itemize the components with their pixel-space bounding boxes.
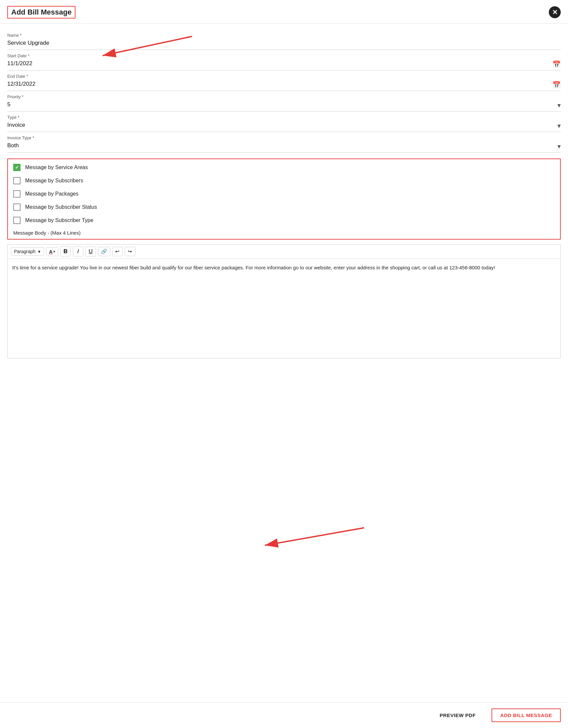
preview-pdf-button[interactable]: PREVIEW PDF bbox=[434, 709, 482, 721]
type-field-group: Type * Invoice ▾ bbox=[7, 112, 561, 132]
dialog-footer: PREVIEW PDF ADD BILL MESSAGE bbox=[0, 702, 568, 728]
start-date-field-group: Start Date * 11/1/2022 📅 bbox=[7, 50, 561, 70]
paragraph-dropdown-icon: ▾ bbox=[38, 249, 40, 254]
close-button[interactable]: ✕ bbox=[549, 6, 561, 18]
link-button[interactable]: 🔗 bbox=[98, 247, 110, 256]
editor-toolbar: Paragraph ▾ A ▾ B I U 🔗 bbox=[8, 245, 560, 259]
add-bill-message-button[interactable]: ADD BILL MESSAGE bbox=[492, 708, 561, 722]
redo-icon: ↪ bbox=[128, 249, 132, 254]
start-date-with-icon: 11/1/2022 📅 bbox=[7, 60, 561, 69]
add-bill-message-dialog: Add Bill Message ✕ Name * Service Upgrad… bbox=[0, 0, 568, 728]
checkbox-row-subscriber-type: Message by Subscriber Type bbox=[13, 217, 555, 224]
invoice-type-field-group: Invoice Type * Both ▾ bbox=[7, 132, 561, 153]
link-icon: 🔗 bbox=[101, 249, 107, 254]
invoice-type-label: Invoice Type * bbox=[7, 135, 561, 140]
checkbox-label-subscriber-status: Message by Subscriber Status bbox=[25, 204, 97, 210]
checkboxes-section: Message by Service Areas Message by Subs… bbox=[7, 159, 561, 240]
dialog-header: Add Bill Message ✕ bbox=[0, 0, 568, 23]
dialog-body: Name * Service Upgrade Start Date * 11/1… bbox=[0, 23, 568, 702]
undo-icon: ↩ bbox=[115, 249, 119, 254]
checkbox-row-subscriber-status: Message by Subscriber Status bbox=[13, 204, 555, 211]
undo-button[interactable]: ↩ bbox=[112, 247, 123, 256]
message-body-label: Message Body - (Max 4 Lines) bbox=[13, 230, 555, 236]
redo-button[interactable]: ↪ bbox=[125, 247, 135, 256]
priority-with-icon: 5 ▾ bbox=[7, 101, 561, 110]
priority-value[interactable]: 5 bbox=[7, 101, 10, 110]
font-color-dropdown-icon: ▾ bbox=[53, 250, 55, 254]
editor-content-area[interactable]: It's time for a service upgrade! You liv… bbox=[8, 259, 560, 358]
start-date-label: Start Date * bbox=[7, 53, 561, 58]
bold-icon: B bbox=[64, 248, 68, 255]
underline-icon: U bbox=[89, 248, 93, 255]
underline-button[interactable]: U bbox=[85, 247, 96, 256]
checkbox-label-service-areas: Message by Service Areas bbox=[25, 164, 88, 170]
type-with-icon: Invoice ▾ bbox=[7, 121, 561, 130]
name-field-group: Name * Service Upgrade bbox=[7, 29, 561, 50]
end-date-with-icon: 12/31/2022 📅 bbox=[7, 80, 561, 89]
type-dropdown-icon[interactable]: ▾ bbox=[557, 122, 561, 130]
italic-button[interactable]: I bbox=[73, 247, 83, 256]
paragraph-label: Paragraph bbox=[14, 249, 35, 254]
checkbox-row-subscribers: Message by Subscribers bbox=[13, 177, 555, 184]
checkbox-subscriber-status[interactable] bbox=[13, 204, 21, 211]
start-date-calendar-icon[interactable]: 📅 bbox=[552, 60, 561, 68]
name-label: Name * bbox=[7, 33, 561, 38]
end-date-field-group: End Date * 12/31/2022 📅 bbox=[7, 70, 561, 91]
checkbox-label-subscribers: Message by Subscribers bbox=[25, 178, 83, 184]
end-date-calendar-icon[interactable]: 📅 bbox=[552, 81, 561, 89]
checkbox-subscribers[interactable] bbox=[13, 177, 21, 184]
checkbox-row-packages: Message by Packages bbox=[13, 190, 555, 198]
priority-label: Priority * bbox=[7, 94, 561, 99]
paragraph-select[interactable]: Paragraph ▾ bbox=[11, 247, 44, 256]
type-value[interactable]: Invoice bbox=[7, 121, 25, 130]
bold-button[interactable]: B bbox=[60, 247, 71, 256]
name-value[interactable]: Service Upgrade bbox=[7, 39, 561, 48]
rich-text-editor: Paragraph ▾ A ▾ B I U 🔗 bbox=[7, 244, 561, 358]
font-color-button[interactable]: A ▾ bbox=[46, 247, 58, 256]
invoice-type-dropdown-icon[interactable]: ▾ bbox=[557, 142, 561, 150]
dialog-title: Add Bill Message bbox=[7, 6, 75, 19]
end-date-value[interactable]: 12/31/2022 bbox=[7, 80, 35, 89]
checkbox-label-subscriber-type: Message by Subscriber Type bbox=[25, 217, 93, 223]
priority-field-group: Priority * 5 ▾ bbox=[7, 91, 561, 112]
checkbox-label-packages: Message by Packages bbox=[25, 191, 78, 197]
invoice-type-value[interactable]: Both bbox=[7, 142, 19, 151]
checkbox-service-areas[interactable] bbox=[13, 164, 21, 171]
invoice-type-with-icon: Both ▾ bbox=[7, 142, 561, 151]
checkbox-packages[interactable] bbox=[13, 190, 21, 198]
checkbox-subscriber-type[interactable] bbox=[13, 217, 21, 224]
italic-icon: I bbox=[77, 248, 79, 255]
start-date-value[interactable]: 11/1/2022 bbox=[7, 60, 32, 69]
checkbox-row-service-areas: Message by Service Areas bbox=[13, 164, 555, 171]
priority-dropdown-icon[interactable]: ▾ bbox=[557, 101, 561, 109]
type-label: Type * bbox=[7, 115, 561, 120]
end-date-label: End Date * bbox=[7, 74, 561, 79]
font-color-icon: A bbox=[49, 249, 53, 254]
